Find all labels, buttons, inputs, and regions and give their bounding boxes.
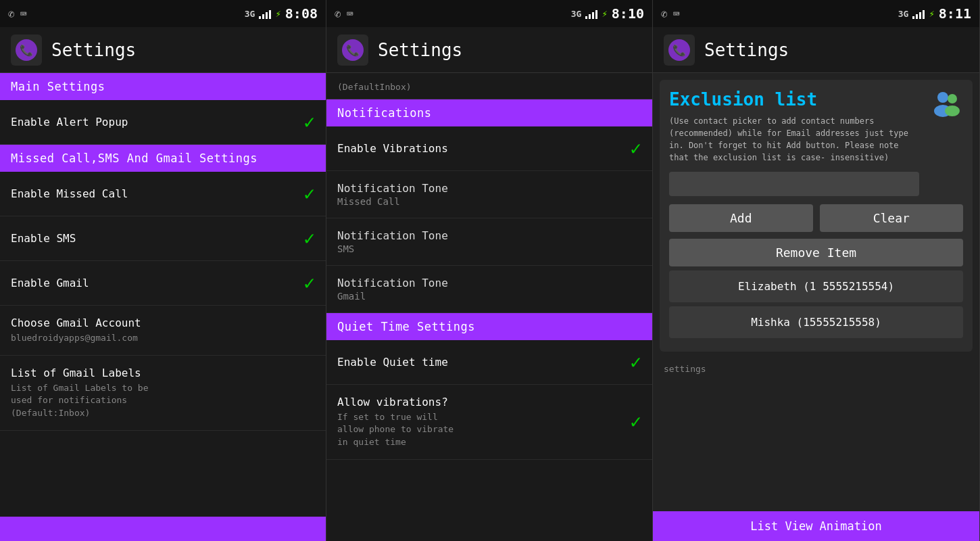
section-quiet-time: Quiet Time Settings [326,313,652,340]
network-label-1: 3G [245,9,255,19]
tone-sms-value: SMS [337,243,641,254]
signal-bar-3 [266,12,268,19]
svg-text:📞: 📞 [672,44,686,57]
alert-popup-label: Enable Alert Popup [11,116,297,128]
checkmark-vibrations: ✓ [630,137,641,160]
exclusion-input[interactable] [669,172,919,196]
row-notification-tone-missed-call[interactable]: Notification Tone Missed Call [326,171,652,218]
row-enable-vibrations[interactable]: Enable Vibrations ✓ [326,126,652,171]
svg-text:📞: 📞 [346,44,360,57]
phone-icon-3: ✆ [661,7,668,20]
exclusion-list-desc: (Use contact picker to add contact numbe… [669,115,919,164]
battery-icon-3: ⚡ [929,8,934,19]
row-default-inbox-note: (DefaultInbox) [326,73,652,99]
section-main-settings: Main Settings [0,73,326,100]
tone-missed-call-value: Missed Call [337,196,641,207]
app-icon-3: 📞 [664,34,695,66]
svg-point-9 [945,105,960,116]
panel-2-content[interactable]: (DefaultInbox) Notifications Enable Vibr… [326,73,652,541]
default-inbox-note: (DefaultInbox) [337,81,412,93]
row-title-alert-popup: Enable Alert Popup [11,116,297,128]
status-right-2: 3G ⚡ 8:10 [571,5,644,22]
time-2: 8:10 [612,5,644,22]
panel-1-bottom [0,517,326,541]
choose-gmail-label: Choose Gmail Account [11,316,315,329]
battery-icon-1: ⚡ [275,8,280,19]
app-icon-2: 📞 [337,34,368,66]
row-allow-vibrations-quiet[interactable]: Allow vibrations? If set to true will al… [326,385,652,460]
network-label-3: 3G [898,9,909,19]
panel-1: ✆ ⌨ 3G ⚡ 8:08 📞 Settings Main Settin [0,0,326,541]
status-bar-3: ✆ ⌨ 3G ⚡ 8:11 [653,0,979,27]
add-clear-row: Add Clear [669,204,963,232]
contact-row-elizabeth[interactable]: Elizabeth (1 5555215554) [669,270,963,302]
panel-3-content: Exclusion list (Use contact picker to ad… [653,73,979,509]
contact-row-mishka[interactable]: Mishka (15555215558) [669,306,963,338]
signal-bar-1 [259,16,261,19]
clear-button[interactable]: Clear [820,204,964,232]
app-icon-1: 📞 [11,34,42,66]
add-button[interactable]: Add [669,204,813,232]
section-missed-call-sms: Missed Call,SMS And Gmail Settings [0,145,326,172]
message-icon: ⌨ [20,7,27,20]
settings-small-label: settings [653,358,979,377]
sms-label: Enable SMS [11,232,297,245]
checkmark-alert-popup: ✓ [303,111,315,133]
gmail-labels-subtitle: List of Gmail Labels to be used for noti… [11,382,315,419]
row-enable-missed-call[interactable]: Enable Missed Call ✓ [0,172,326,216]
tone-gmail-title: Notification Tone [337,277,641,289]
signal-bars-2 [585,8,597,19]
svg-text:📞: 📞 [20,44,33,57]
network-label-2: 3G [571,9,582,19]
svg-point-8 [948,94,957,103]
row-enable-gmail[interactable]: Enable Gmail ✓ [0,261,326,306]
tone-gmail-value: Gmail [337,291,641,302]
panel-1-content[interactable]: Main Settings Enable Alert Popup ✓ Misse… [0,73,326,517]
status-left-2: ✆ ⌨ [335,7,353,20]
allow-vibrations-subtitle: If set to true will allow phone to vibra… [337,411,623,448]
app-header-2: 📞 Settings [326,27,652,73]
allow-vibrations-title: Allow vibrations? [337,396,623,408]
signal-bars-1 [259,8,271,19]
app-title-2: Settings [378,40,462,60]
gmail-label: Enable Gmail [11,277,297,289]
svg-point-6 [937,92,948,103]
quiet-time-label: Enable Quiet time [337,356,623,369]
exclusion-list-card: Exclusion list (Use contact picker to ad… [660,80,973,352]
row-enable-quiet-time[interactable]: Enable Quiet time ✓ [326,340,652,385]
contacts-avatar [929,88,964,125]
list-view-animation-bar[interactable]: List View Animation [653,511,979,541]
message-icon-2: ⌨ [347,7,353,20]
row-gmail-labels[interactable]: List of Gmail Labels List of Gmail Label… [0,356,326,431]
status-left-3: ✆ ⌨ [661,7,679,20]
row-enable-sms[interactable]: Enable SMS ✓ [0,216,326,261]
gmail-labels-title: List of Gmail Labels [11,367,315,379]
row-choose-gmail-account[interactable]: Choose Gmail Account bluedroidyapps@gmai… [0,306,326,356]
checkmark-allow-vibrations: ✓ [630,410,641,433]
row-notification-tone-sms[interactable]: Notification Tone SMS [326,218,652,266]
status-bar-2: ✆ ⌨ 3G ⚡ 8:10 [326,0,652,27]
tone-sms-title: Notification Tone [337,229,641,242]
signal-bar-4 [269,10,271,19]
checkmark-quiet-time: ✓ [630,351,641,373]
vibrations-label: Enable Vibrations [337,142,623,155]
panel-2: ✆ ⌨ 3G ⚡ 8:10 📞 Settings (DefaultIn [326,0,653,541]
panel-3-bottom: List View Animation [653,509,979,541]
remove-item-button[interactable]: Remove Item [669,239,963,266]
app-title-1: Settings [51,40,136,60]
status-bar-1: ✆ ⌨ 3G ⚡ 8:08 [0,0,326,27]
phone-icon-2: ✆ [335,7,341,20]
phone-icon: ✆ [8,7,15,20]
signal-bars-3 [912,8,925,19]
panel-1-bottom-bar [0,517,326,541]
checkmark-sms: ✓ [303,227,315,250]
row-notification-tone-gmail[interactable]: Notification Tone Gmail [326,266,652,313]
battery-icon-2: ⚡ [602,8,607,19]
status-right-3: 3G ⚡ 8:11 [898,5,971,22]
checkmark-missed-call: ✓ [303,183,315,205]
row-enable-alert-popup[interactable]: Enable Alert Popup ✓ [0,100,326,145]
missed-call-label: Enable Missed Call [11,187,297,200]
app-title-3: Settings [704,40,789,60]
time-1: 8:08 [285,5,318,22]
app-header-3: 📞 Settings [653,27,979,73]
